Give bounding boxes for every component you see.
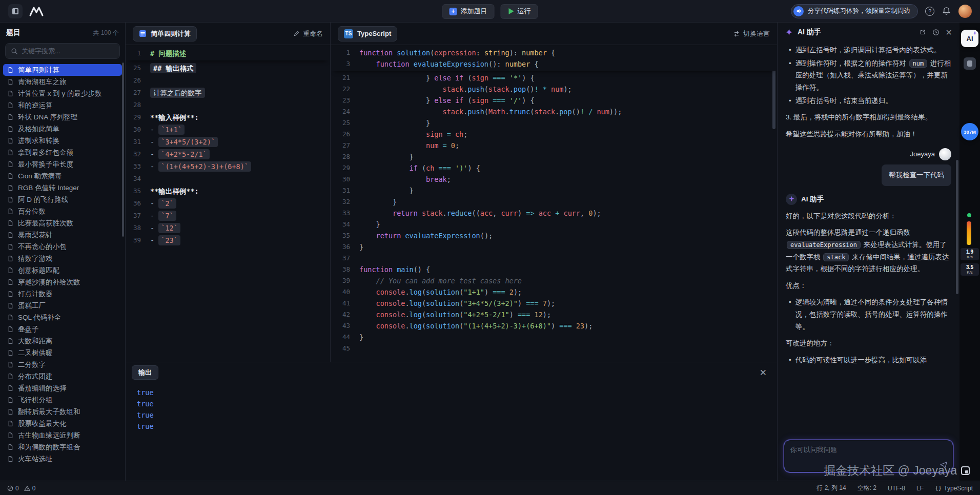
- markdown-editor[interactable]: 1# 问题描述 25## 输出格式2627计算之后的数字2829**输入样例**…: [126, 45, 330, 362]
- code-line[interactable]: 43 console.log(solution("(1+(4+5+2)-3)+(…: [331, 320, 777, 332]
- sidebar-item[interactable]: 飞行棋分组: [3, 394, 122, 406]
- sidebar-item[interactable]: 蛋糕工厂: [3, 300, 122, 312]
- error-counter[interactable]: 0: [7, 485, 19, 492]
- sidebar-item[interactable]: 比赛最高获胜次数: [3, 217, 122, 229]
- code-line[interactable]: 36}: [331, 241, 777, 253]
- code-line[interactable]: 30 break;: [331, 174, 777, 185]
- sidebar-item[interactable]: 环状 DNA 序列整理: [3, 111, 122, 123]
- code-line[interactable]: 45: [331, 343, 777, 354]
- markdown-line[interactable]: 35**输出样例**:: [126, 185, 330, 197]
- markdown-line[interactable]: 28: [126, 99, 330, 111]
- sidebar-item[interactable]: 最小替换子串长度: [3, 158, 122, 170]
- ai-scrollbar-thumb[interactable]: [956, 160, 958, 294]
- code-line[interactable]: 38function main() {: [331, 264, 777, 275]
- markdown-line[interactable]: 33- `(1+(4+5+2)-3)+(6+8)`: [126, 160, 330, 173]
- code-line[interactable]: 26 sign = ch;: [331, 129, 777, 140]
- extension-icon[interactable]: [964, 57, 976, 70]
- run-button[interactable]: 运行: [501, 4, 538, 19]
- user-avatar[interactable]: [958, 5, 972, 18]
- warning-counter[interactable]: 0: [24, 485, 36, 492]
- sidebar-scrollbar-thumb[interactable]: [122, 63, 124, 237]
- code-line[interactable]: 32 }: [331, 196, 777, 208]
- sidebar-item[interactable]: 股票收益最大化: [3, 418, 122, 429]
- code-line[interactable]: 22 stack.push(stack.pop()! * num);: [331, 84, 777, 95]
- code-line[interactable]: 35 return evaluateExpression();: [331, 230, 777, 241]
- eol-setting[interactable]: LF: [916, 485, 924, 492]
- sidebar-item[interactable]: 及格如此简单: [3, 123, 122, 135]
- sidebar-item[interactable]: 和为偶数的数字组合: [3, 441, 122, 453]
- add-problem-button[interactable]: + 添加题目: [442, 4, 495, 19]
- problem-title-chip[interactable]: 简单四则计算: [133, 26, 197, 42]
- history-icon[interactable]: [932, 29, 940, 36]
- code-line[interactable]: 44}: [331, 332, 777, 343]
- code-line[interactable]: 33 return stack.reduce((acc, curr) => ac…: [331, 208, 777, 219]
- sidebar-item[interactable]: 进制求和转换: [3, 135, 122, 147]
- sidebar-item[interactable]: 拿到最多红包金额: [3, 147, 122, 158]
- markdown-line[interactable]: 34: [126, 173, 330, 185]
- sidebar-item[interactable]: 猜数字游戏: [3, 253, 122, 264]
- code-line[interactable]: 37: [331, 253, 777, 264]
- markdown-line[interactable]: 27计算之后的数字: [126, 87, 330, 99]
- sidebar-item[interactable]: Cion 勒索病毒: [3, 170, 122, 182]
- markdown-line[interactable]: 31- `3+4*5/(3+2)`: [126, 136, 330, 148]
- count-badge[interactable]: 307M: [961, 123, 978, 140]
- user-message-bubble[interactable]: 帮我检查一下代码: [882, 164, 951, 186]
- sidebar-item[interactable]: 古生物血缘远近判断: [3, 429, 122, 441]
- code-line[interactable]: 42 console.log(solution("4+2*5-2/1") ===…: [331, 309, 777, 320]
- bell-icon[interactable]: [942, 6, 951, 16]
- code-line[interactable]: 40 console.log(solution("1+1") === 2);: [331, 286, 777, 298]
- expand-icon[interactable]: [919, 29, 926, 36]
- send-icon[interactable]: [939, 460, 948, 469]
- search-box[interactable]: [5, 43, 120, 59]
- code-line[interactable]: 34 }: [331, 219, 777, 230]
- sidebar-item[interactable]: 火车站选址: [3, 453, 122, 465]
- sidebar-item[interactable]: RGB 色值转 Integer: [3, 182, 122, 194]
- code-line[interactable]: 31 }: [331, 185, 777, 196]
- markdown-line[interactable]: 39- `23`: [126, 234, 330, 246]
- markdown-line[interactable]: 25## 输出格式: [126, 62, 330, 74]
- ai-close-icon[interactable]: ✕: [946, 28, 952, 37]
- sidebar-item[interactable]: 百分位数: [3, 205, 122, 217]
- code-line[interactable]: 3 function evaluateExpression(): number …: [331, 58, 777, 70]
- search-input[interactable]: [22, 47, 114, 55]
- sidebar-item[interactable]: 分布式团建: [3, 370, 122, 382]
- sidebar-toggle-button[interactable]: [8, 4, 23, 18]
- ai-floating-button[interactable]: AI: [961, 30, 978, 47]
- sidebar-item[interactable]: 不再贪心的小包: [3, 241, 122, 253]
- markdown-line[interactable]: 29**输入样例**:: [126, 111, 330, 123]
- markdown-line[interactable]: 37- `7`: [126, 210, 330, 222]
- code-line[interactable]: 25 }: [331, 117, 777, 129]
- sidebar-item[interactable]: 穿越沙漠的补给次数: [3, 276, 122, 288]
- switch-language-button[interactable]: 切换语言: [733, 29, 770, 38]
- sidebar-item[interactable]: 和的逆运算: [3, 99, 122, 111]
- output-close-icon[interactable]: ✕: [760, 368, 767, 377]
- markdown-line[interactable]: 26: [126, 74, 330, 87]
- sidebar-item[interactable]: 简单四则计算: [3, 64, 122, 76]
- sidebar-item[interactable]: 二叉树供暖: [3, 347, 122, 359]
- language-mode[interactable]: {} TypeScript: [935, 485, 973, 492]
- code-line[interactable]: 29 if (ch === ')') {: [331, 162, 777, 174]
- sidebar-item[interactable]: 计算位置 x 到 y 的最少步数: [3, 88, 122, 99]
- sidebar-item[interactable]: 阿 D 的飞行路线: [3, 194, 122, 205]
- code-line[interactable]: 24 stack.push(Math.trunc(stack.pop()! / …: [331, 106, 777, 117]
- rename-button[interactable]: 重命名: [293, 29, 323, 38]
- promo-banner[interactable]: 分享代码练习体验，领限量定制周边: [791, 4, 918, 18]
- code-line[interactable]: 41 console.log(solution("3+4*5/(3+2)") =…: [331, 298, 777, 309]
- sidebar-item[interactable]: 打点计数器: [3, 288, 122, 300]
- help-icon[interactable]: ?: [925, 7, 934, 16]
- sidebar-item[interactable]: 暴雨梨花针: [3, 229, 122, 241]
- sidebar-item[interactable]: 翻转后最大子数组和: [3, 406, 122, 418]
- code-line[interactable]: 28 }: [331, 151, 777, 162]
- code-editor[interactable]: 1function solution(expression: string): …: [331, 45, 777, 362]
- code-line[interactable]: 1function solution(expression: string): …: [331, 47, 777, 58]
- ai-question-input[interactable]: [784, 440, 953, 472]
- cursor-position[interactable]: 行 2, 列 14: [816, 484, 846, 492]
- indentation-setting[interactable]: 空格: 2: [858, 484, 876, 492]
- code-line[interactable]: 23 } else if (sign === '/') {: [331, 95, 777, 106]
- output-tab[interactable]: 输出: [132, 365, 158, 380]
- markdown-line[interactable]: 30- `1+1`: [126, 123, 330, 136]
- markdown-line[interactable]: 38- `12`: [126, 222, 330, 234]
- language-tab[interactable]: TS TypeScript: [338, 26, 397, 42]
- sidebar-item[interactable]: 大数和距离: [3, 335, 122, 347]
- markdown-line[interactable]: 1# 问题描述: [126, 47, 330, 59]
